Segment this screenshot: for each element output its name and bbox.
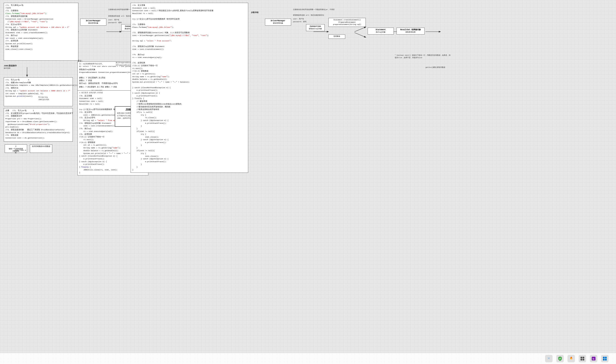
svg-rect-23 (605, 359, 607, 361)
druid-box: 步骤 //1. 导入jar包 1 //2. 定义配置文件(properties格… (4, 108, 73, 142)
svg-rect-20 (603, 357, 605, 358)
jdbc-simplify-label: 简化了JDBC.m配 (15, 149, 26, 154)
right-conn-title: Connection (307, 25, 323, 28)
right-rs-title: ResultSet 结果集对象 (398, 28, 423, 31)
jdbc-basics-label: JDBC基础操作 (4, 64, 17, 67)
right-stmt-create: Statement createStatement() (330, 19, 364, 21)
basic-jdbc-box: //1. 导入驱动jar包 不解释 //2. 注册驱动 Class.forNam… (4, 3, 78, 61)
ps-code: 获取执行sql的对象 PreparedStatement Connection.… (79, 68, 139, 85)
jdbc-basics-sub: 操作流程 (4, 67, 11, 69)
right-ps-create: PreparedStatement prepareStatement(Strin… (330, 21, 364, 26)
onenote-icon[interactable]: N (590, 355, 597, 362)
right-main-code-box: //0. 定义变量 Statement stmt = null; Connect… (131, 3, 248, 173)
svg-rect-14 (581, 357, 582, 358)
jdbc-template-code: //1. 导入jar包 4 //2. 创建JdbcTemplate对象 Jdbc… (5, 79, 71, 98)
windows-start-icon[interactable] (601, 355, 609, 362)
right-trans-box: 管理事务 (329, 35, 345, 39)
right-dm-title: DriverManager (266, 20, 290, 22)
right-stmt-exec-sub: 执行sql对象 (369, 31, 392, 34)
taskbar: N (0, 353, 616, 364)
right-conn-box: Connection 获取执行sql对象 (306, 24, 325, 31)
druid-code: 步骤 //1. 导入jar包 1 //2. 定义配置文件(properties格… (5, 109, 71, 140)
grid-background (0, 0, 616, 364)
right-dm-subtitle: 驱动管理对象 (266, 22, 290, 25)
right-dm-func1: 注册驱动告诉程序该使用哪一个数据库驱动jar，不用管 (293, 8, 335, 11)
right-dm-pwd: password: 密码 (293, 21, 306, 23)
drivermanager-title: DriverManager (82, 20, 105, 22)
right-trans-text: 管理事务 (330, 35, 344, 38)
define-label-3: 定义→ (78, 60, 83, 62)
getxxx-label: getXxx(参数)获取列数据 (425, 66, 445, 69)
right-stmt-exec-title: Statement (369, 28, 392, 31)
svg-rect-16 (581, 359, 582, 361)
item5-box: 实作所有数据XXX查数据 (30, 144, 52, 153)
svg-rect-22 (603, 359, 605, 361)
steps-detail-label: 步数详细 (251, 11, 259, 14)
svg-rect-17 (583, 359, 584, 361)
svg-text:N: N (592, 358, 594, 361)
main-canvas: //1. 导入驱动jar包 不解释 //2. 注册驱动 Class.forNam… (0, 0, 616, 364)
bluetooth-icon[interactable] (545, 355, 553, 362)
right-drivermanager-box: DriverManager 驱动管理对象 (265, 19, 291, 26)
item5-text: 实作所有数据XXX查数据 (31, 145, 51, 148)
basic-jdbc-code: //1. 导入驱动jar包 不解释 //2. 注册驱动 Class.forNam… (5, 4, 77, 51)
drivermanager-box: DriverManager 驱动管理对象 (80, 19, 106, 26)
app-grid-icon[interactable] (579, 355, 586, 362)
boolean-next-label: * boolean next() 游标向下移动一行，判断是否还有数据，如果是，则… (395, 54, 451, 59)
right-conn-subtitle: 获取执行sql对象 (307, 28, 323, 30)
right-main-code: //0. 定义变量 Statement stmt = null; Connect… (132, 4, 246, 171)
svg-rect-15 (583, 357, 584, 358)
jdbc-template-box: //1. 导入jar包 4 //2. 创建JdbcTemplate对象 Jdbc… (4, 77, 73, 106)
dm-func4: password: 密码 (108, 21, 122, 24)
ps-params: 参数1: ? 的位置编号 从1 开始 参数2: ? 的值 (79, 86, 139, 89)
svg-rect-21 (605, 357, 607, 358)
right-dm-func2: 获取数据库连接 url: 指定连接的路径位 (293, 14, 324, 16)
right-stmt-exec: Statement 执行sql对象 (368, 27, 394, 35)
defender-icon[interactable] (556, 355, 564, 362)
norton-icon[interactable] (567, 355, 575, 362)
right-resultset-box: ResultSet 结果集对象 获取查询结果 (397, 27, 424, 35)
right-dm-user: user: 用户名 (293, 18, 304, 20)
drivermanager-subtitle: 驱动管理对象 (82, 22, 105, 25)
spring-label: 导入SpringJDBC运行代码 (38, 96, 49, 101)
right-stmt-create-box: Statement createStatement() PreparedStat… (329, 18, 366, 27)
dm-func3: user: 用户名 (108, 19, 119, 21)
right-rs-subtitle: 获取查询结果 (398, 31, 423, 34)
